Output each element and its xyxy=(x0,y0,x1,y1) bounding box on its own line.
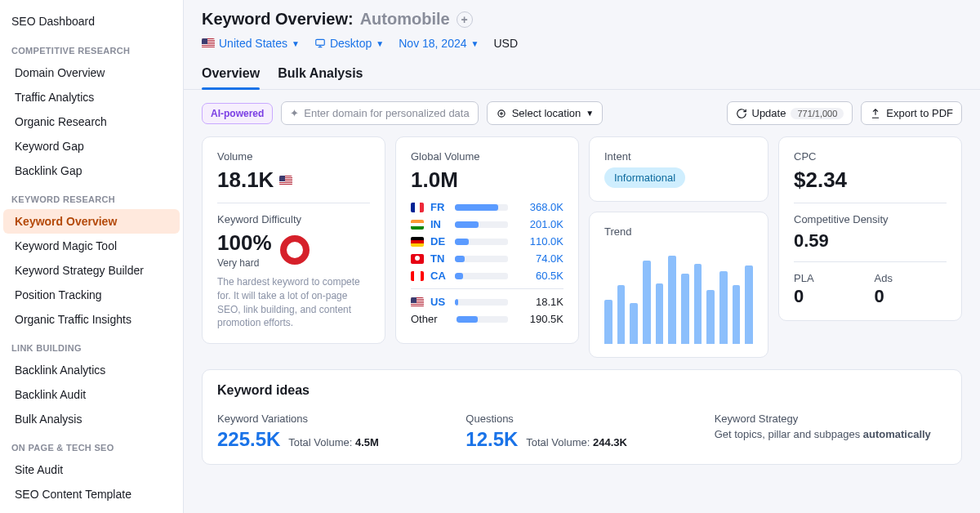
sidebar: SEO Dashboard COMPETITIVE RESEARCHDomain… xyxy=(0,0,184,513)
svg-rect-0 xyxy=(316,39,325,45)
trend-chart xyxy=(604,246,753,344)
chevron-down-icon: ▼ xyxy=(471,39,479,48)
kd-label: Keyword Difficulty xyxy=(217,213,370,225)
us-flag-icon xyxy=(411,297,424,307)
variations-block[interactable]: Keyword Variations 225.5K Total Volume: … xyxy=(217,413,449,451)
date-filter[interactable]: Nov 18, 2024 ▼ xyxy=(399,37,479,50)
chevron-down-icon: ▼ xyxy=(586,109,594,118)
desktop-icon xyxy=(314,38,326,49)
sidebar-item[interactable]: Domain Overview xyxy=(3,60,180,85)
refresh-icon xyxy=(736,108,747,119)
intent-label: Intent xyxy=(604,150,753,163)
update-button[interactable]: Update 771/1,000 xyxy=(727,101,853,125)
sidebar-item[interactable]: Keyword Magic Tool xyxy=(3,234,180,258)
chevron-down-icon: ▼ xyxy=(376,39,384,48)
sidebar-item[interactable]: Site Audit xyxy=(3,457,180,482)
intent-trend-column: Intent Informational Trend xyxy=(589,136,768,358)
trend-bar xyxy=(656,283,664,344)
ca-flag-icon xyxy=(411,271,424,281)
kd-value: 100% xyxy=(217,230,272,256)
pla-label: PLA xyxy=(794,272,866,284)
pla-value: 0 xyxy=(794,286,866,307)
page-title: Keyword Overview: Automobile + xyxy=(202,10,962,29)
tab-bulk-analysis[interactable]: Bulk Analysis xyxy=(278,61,363,89)
trend-bar xyxy=(668,256,676,344)
upload-icon xyxy=(870,108,881,119)
global-volume-row[interactable]: Other190.5K xyxy=(411,313,564,325)
add-keyword-button[interactable]: + xyxy=(457,11,473,28)
sidebar-item[interactable]: SEO Content Template xyxy=(3,482,180,506)
sidebar-item[interactable]: Organic Traffic Insights xyxy=(3,307,180,332)
volume-label: Volume xyxy=(217,150,370,163)
device-filter[interactable]: Desktop ▼ xyxy=(314,37,384,50)
global-volume-row[interactable]: IN201.0K xyxy=(411,218,564,230)
trend-bar xyxy=(706,290,715,344)
trend-card: Trend xyxy=(589,212,768,358)
metrics-grid: Volume 18.1K Keyword Difficulty 100% Ver… xyxy=(202,136,962,358)
location-select[interactable]: Select location ▼ xyxy=(487,101,603,125)
keyword-ideas-card: Keyword ideas Keyword Variations 225.5K … xyxy=(202,369,962,465)
trend-bar xyxy=(745,265,753,344)
global-volume-card: Global Volume 1.0M FR368.0KIN201.0KDE110… xyxy=(395,136,579,344)
volume-card: Volume 18.1K Keyword Difficulty 100% Ver… xyxy=(202,136,385,344)
sidebar-item[interactable]: Traffic Analytics xyxy=(3,85,180,109)
tab-overview[interactable]: Overview xyxy=(202,61,260,89)
trend-bar xyxy=(643,261,651,344)
sidebar-group-header: ON PAGE & TECH SEO xyxy=(0,431,183,457)
kd-donut-icon xyxy=(280,235,310,265)
strategy-label: Keyword Strategy xyxy=(715,413,947,425)
export-pdf-button[interactable]: Export to PDF xyxy=(861,101,962,125)
tab-bar: Overview Bulk Analysis xyxy=(184,61,980,90)
global-volume-row[interactable]: CA60.5K xyxy=(411,270,564,282)
sidebar-item[interactable]: Keyword Overview xyxy=(3,209,180,234)
page-title-keyword: Automobile xyxy=(360,10,450,29)
de-flag-icon xyxy=(411,237,424,247)
chevron-down-icon: ▼ xyxy=(292,39,300,48)
cpc-label: CPC xyxy=(794,150,947,163)
global-volume-label: Global Volume xyxy=(411,150,564,163)
sidebar-group-header: COMPETITIVE RESEARCH xyxy=(0,34,183,60)
ads-label: Ads xyxy=(875,272,947,284)
intent-badge: Informational xyxy=(604,167,685,188)
sidebar-item[interactable]: Backlink Audit xyxy=(3,382,180,407)
trend-bar xyxy=(604,300,612,344)
page-title-prefix: Keyword Overview: xyxy=(202,10,354,29)
sidebar-title[interactable]: SEO Dashboard xyxy=(0,8,183,34)
global-volume-value: 1.0M xyxy=(411,167,564,193)
trend-bar xyxy=(630,303,638,344)
sidebar-item[interactable]: Keyword Strategy Builder xyxy=(3,258,180,283)
strategy-block[interactable]: Keyword Strategy Get topics, pillar and … xyxy=(715,413,947,451)
us-flag-icon xyxy=(202,38,215,48)
sidebar-item[interactable]: Organic Research xyxy=(3,109,180,134)
sidebar-item[interactable]: Backlink Gap xyxy=(3,158,180,183)
sidebar-group-header: KEYWORD RESEARCH xyxy=(0,183,183,209)
density-label: Competitive Density xyxy=(794,213,947,225)
cpc-value: $2.34 xyxy=(794,167,947,193)
update-count-badge: 771/1,000 xyxy=(791,108,844,119)
variations-count: 225.5K xyxy=(217,428,280,450)
target-icon xyxy=(496,108,507,119)
global-volume-row[interactable]: FR368.0K xyxy=(411,201,564,213)
trend-bar xyxy=(733,285,741,344)
density-value: 0.59 xyxy=(794,230,947,252)
main-content: Keyword Overview: Automobile + United St… xyxy=(184,0,980,513)
kd-tag: Very hard xyxy=(217,257,272,269)
intent-card: Intent Informational xyxy=(589,136,768,202)
trend-bar xyxy=(694,264,702,344)
global-volume-row[interactable]: US18.1K xyxy=(411,296,564,308)
sidebar-item[interactable]: Backlink Analytics xyxy=(3,358,180,382)
global-volume-row[interactable]: DE110.0K xyxy=(411,235,564,248)
sidebar-item[interactable]: Keyword Gap xyxy=(3,134,180,158)
sidebar-item[interactable]: Position Tracking xyxy=(3,283,180,307)
sidebar-item[interactable]: Bulk Analysis xyxy=(3,407,180,431)
questions-count: 12.5K xyxy=(466,428,518,450)
tn-flag-icon xyxy=(411,254,424,264)
kd-description: The hardest keyword to compete for. It w… xyxy=(217,275,370,330)
country-filter[interactable]: United States ▼ xyxy=(202,37,300,50)
global-volume-row[interactable]: TN74.0K xyxy=(411,252,564,265)
domain-input[interactable]: ✦ Enter domain for personalized data xyxy=(281,101,478,125)
fr-flag-icon xyxy=(411,203,424,212)
volume-value: 18.1K xyxy=(217,167,370,193)
trend-bar xyxy=(617,285,626,344)
questions-block[interactable]: Questions 12.5K Total Volume: 244.3K xyxy=(466,413,697,451)
